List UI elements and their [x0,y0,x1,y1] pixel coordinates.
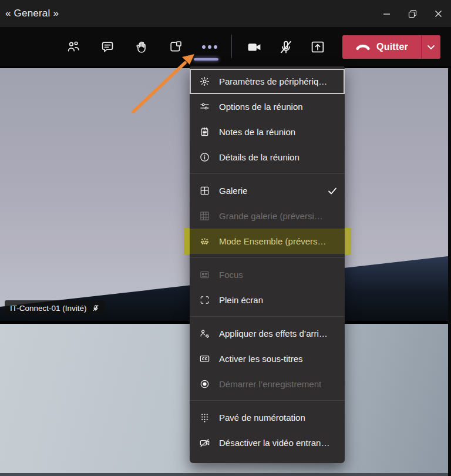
more-options-menu: Paramètres de périphériq… Options de la … [190,66,345,463]
camera-button[interactable] [247,39,262,55]
participants-icon [66,40,80,54]
fullscreen-icon [198,294,210,306]
menu-item-captions[interactable]: Activer les sous-titres [190,346,345,371]
menu-item-large-gallery: Grande galerie (préversi… [190,203,345,229]
menu-item-label: Désactiver la vidéo entran… [219,438,329,448]
menu-item-meeting-options[interactable]: Options de la réunion [190,94,345,119]
notepad-icon [198,126,210,138]
quit-button[interactable]: Quitter [342,35,440,59]
menu-item-label: Activer les sous-titres [219,354,303,364]
share-screen-icon [310,39,325,55]
meeting-toolbar: Quitter [0,27,451,66]
mic-muted-button[interactable] [278,39,294,55]
quit-label: Quitter [376,42,408,52]
grid-3x3-icon [198,210,210,222]
grid-2x2-icon [198,185,210,197]
more-options-button[interactable] [202,39,217,55]
menu-item-turn-off-incoming-video[interactable]: Désactiver la vidéo entran… [190,430,345,455]
camera-off-icon [198,437,210,449]
toolbar-divider [231,35,232,58]
toolbar-right-group [247,27,325,66]
hang-up-icon [355,42,371,52]
sliders-icon [198,101,210,113]
mic-muted-icon [278,39,294,55]
highlight-annotation-right [345,228,351,254]
participant-name-badge: IT-Connect-01 (Invité) [5,300,105,316]
background-effects-icon [198,328,210,340]
minimize-icon [383,10,391,18]
menu-item-background-effects[interactable]: Appliquer des effets d’arri… [190,321,345,346]
menu-item-label: Paramètres de périphériq… [219,76,327,86]
more-options-icon [202,45,217,49]
chat-button[interactable] [100,39,115,55]
menu-item-focus: Focus [190,262,345,287]
menu-divider [190,316,345,317]
chevron-down-icon [427,45,435,50]
menu-item-label: Démarrer l’enregistrement [219,379,321,389]
menu-item-together-mode[interactable]: Mode Ensemble (prévers… [190,229,345,254]
share-screen-button[interactable] [310,39,325,55]
participant-name: IT-Connect-01 (Invité) [10,304,87,313]
menu-item-label: Pavé de numérotation [219,413,305,423]
menu-item-gallery[interactable]: Galerie [190,178,345,203]
menu-item-meeting-notes[interactable]: Notes de la réunion [190,119,345,145]
window-title: « General » [0,8,59,19]
minimize-button[interactable] [373,0,399,27]
record-icon [198,378,210,390]
menu-divider [190,173,345,174]
together-mode-icon [198,236,210,247]
highlight-annotation-left [184,228,190,254]
close-icon [435,10,442,18]
menu-item-fullscreen[interactable]: Plein écran [190,287,345,313]
close-button[interactable] [425,0,451,27]
menu-item-meeting-details[interactable]: Détails de la réunion [190,145,345,170]
menu-item-device-settings[interactable]: Paramètres de périphériq… [190,69,345,94]
menu-divider [190,400,345,401]
info-icon [198,152,210,163]
gear-icon [198,76,210,88]
menu-divider [190,257,345,258]
focus-icon [198,269,210,281]
menu-item-label: Détails de la réunion [219,152,299,162]
quit-main[interactable]: Quitter [342,35,421,59]
menu-item-dialpad[interactable]: Pavé de numérotation [190,405,345,430]
video-bottom-strip [0,473,451,476]
mic-muted-icon [92,304,100,312]
camera-icon [247,39,262,55]
chat-icon [100,40,115,54]
restore-button[interactable] [399,0,425,27]
closed-captions-icon [198,353,210,365]
titlebar: « General » [0,0,451,27]
menu-item-label: Options de la réunion [219,102,303,112]
video-right-edge [448,68,451,476]
restore-icon [408,9,417,18]
menu-item-label: Galerie [219,186,247,196]
dialpad-icon [198,412,210,424]
menu-item-label: Focus [219,270,243,280]
window-controls [373,0,451,27]
arrow-annotation [120,51,200,118]
check-icon [327,186,338,196]
quit-chevron-button[interactable] [422,35,440,59]
participants-button[interactable] [66,39,81,55]
menu-item-label: Plein écran [219,295,263,305]
menu-item-label: Grande galerie (préversi… [219,211,323,221]
menu-item-label: Appliquer des effets d’arri… [219,328,328,338]
menu-item-label: Notes de la réunion [219,127,295,137]
menu-item-label: Mode Ensemble (prévers… [219,236,327,246]
menu-item-start-recording: Démarrer l’enregistrement [190,371,345,397]
